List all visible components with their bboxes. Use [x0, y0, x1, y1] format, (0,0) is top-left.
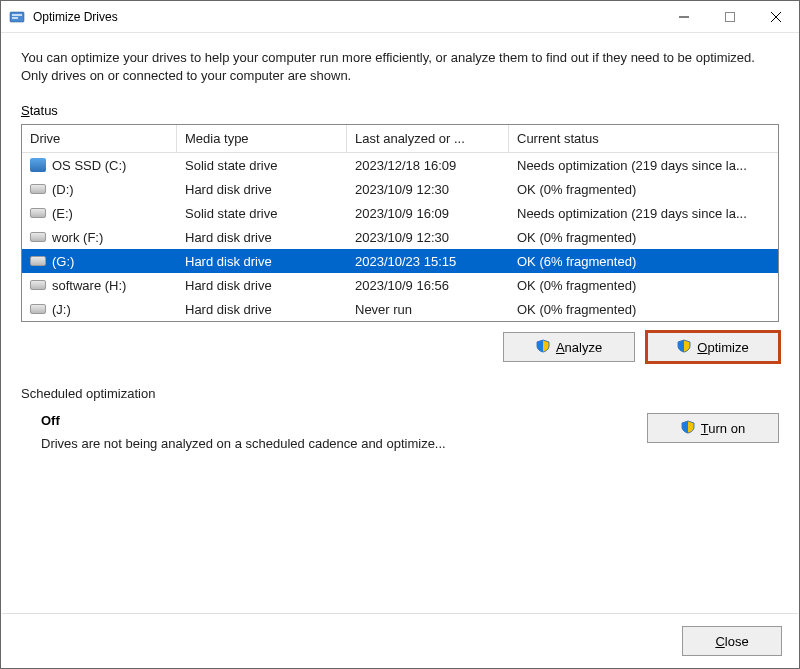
- column-status[interactable]: Current status: [509, 125, 778, 153]
- drive-last: 2023/10/9 12:30: [347, 182, 509, 197]
- maximize-button[interactable]: [707, 1, 753, 32]
- drive-status: OK (0% fragmented): [509, 302, 778, 317]
- drive-name: (G:): [52, 254, 74, 269]
- shield-icon: [681, 420, 695, 437]
- table-header: Drive Media type Last analyzed or ... Cu…: [22, 125, 778, 153]
- analyze-label: Analyze: [556, 340, 602, 355]
- app-icon: [9, 9, 25, 25]
- drive-status: OK (0% fragmented): [509, 182, 778, 197]
- drive-last: 2023/10/23 15:15: [347, 254, 509, 269]
- column-last[interactable]: Last analyzed or ...: [347, 125, 509, 153]
- scheduled-state: Off: [41, 413, 627, 428]
- column-drive[interactable]: Drive: [22, 125, 177, 153]
- table-row[interactable]: software (H:)Hard disk drive2023/10/9 16…: [22, 273, 778, 297]
- table-row[interactable]: (G:)Hard disk drive2023/10/23 15:15OK (6…: [22, 249, 778, 273]
- drive-name: software (H:): [52, 278, 126, 293]
- drive-media: Hard disk drive: [177, 278, 347, 293]
- table-row[interactable]: (E:)Solid state drive2023/10/9 16:09Need…: [22, 201, 778, 225]
- drive-icon: [30, 280, 46, 290]
- turn-on-label: Turn on: [701, 421, 745, 436]
- drive-name: (D:): [52, 182, 74, 197]
- close-dialog-button[interactable]: Close: [682, 626, 782, 656]
- drive-media: Hard disk drive: [177, 230, 347, 245]
- table-row[interactable]: work (F:)Hard disk drive2023/10/9 12:30O…: [22, 225, 778, 249]
- minimize-button[interactable]: [661, 1, 707, 32]
- drive-name: work (F:): [52, 230, 103, 245]
- shield-icon: [536, 339, 550, 356]
- optimize-button[interactable]: Optimize: [647, 332, 779, 362]
- drive-name: (J:): [52, 302, 71, 317]
- svg-rect-4: [726, 12, 735, 21]
- column-media[interactable]: Media type: [177, 125, 347, 153]
- drive-last: 2023/10/9 12:30: [347, 230, 509, 245]
- drive-icon: [30, 232, 46, 242]
- table-row[interactable]: OS SSD (C:)Solid state drive2023/12/18 1…: [22, 153, 778, 177]
- drive-status: OK (6% fragmented): [509, 254, 778, 269]
- drive-status: OK (0% fragmented): [509, 278, 778, 293]
- drive-media: Solid state drive: [177, 206, 347, 221]
- close-button[interactable]: [753, 1, 799, 32]
- drive-media: Hard disk drive: [177, 182, 347, 197]
- drive-status: OK (0% fragmented): [509, 230, 778, 245]
- drive-icon: [30, 256, 46, 266]
- analyze-button[interactable]: Analyze: [503, 332, 635, 362]
- titlebar: Optimize Drives: [1, 1, 799, 33]
- window-title: Optimize Drives: [33, 10, 118, 24]
- turn-on-button[interactable]: Turn on: [647, 413, 779, 443]
- drive-media: Hard disk drive: [177, 254, 347, 269]
- optimize-label: Optimize: [697, 340, 748, 355]
- drive-last: Never run: [347, 302, 509, 317]
- drive-last: 2023/10/9 16:09: [347, 206, 509, 221]
- drive-media: Solid state drive: [177, 158, 347, 173]
- drive-last: 2023/10/9 16:56: [347, 278, 509, 293]
- drive-icon: [30, 158, 46, 172]
- shield-icon: [677, 339, 691, 356]
- svg-rect-2: [12, 17, 18, 19]
- drive-last: 2023/12/18 16:09: [347, 158, 509, 173]
- drive-status: Needs optimization (219 days since la...: [509, 206, 778, 221]
- intro-text: You can optimize your drives to help you…: [21, 49, 779, 85]
- drive-media: Hard disk drive: [177, 302, 347, 317]
- drive-icon: [30, 304, 46, 314]
- drive-name: (E:): [52, 206, 73, 221]
- drive-status: Needs optimization (219 days since la...: [509, 158, 778, 173]
- table-row[interactable]: (D:)Hard disk drive2023/10/9 12:30OK (0%…: [22, 177, 778, 201]
- drives-table: Drive Media type Last analyzed or ... Cu…: [21, 124, 779, 322]
- svg-rect-1: [12, 14, 22, 16]
- drive-icon: [30, 184, 46, 194]
- scheduled-desc: Drives are not being analyzed on a sched…: [41, 436, 627, 451]
- scheduled-label: Scheduled optimization: [21, 386, 779, 401]
- status-label: Status: [21, 103, 779, 118]
- drive-name: OS SSD (C:): [52, 158, 126, 173]
- close-label: Close: [715, 634, 748, 649]
- drive-icon: [30, 208, 46, 218]
- table-row[interactable]: (J:)Hard disk driveNever runOK (0% fragm…: [22, 297, 778, 321]
